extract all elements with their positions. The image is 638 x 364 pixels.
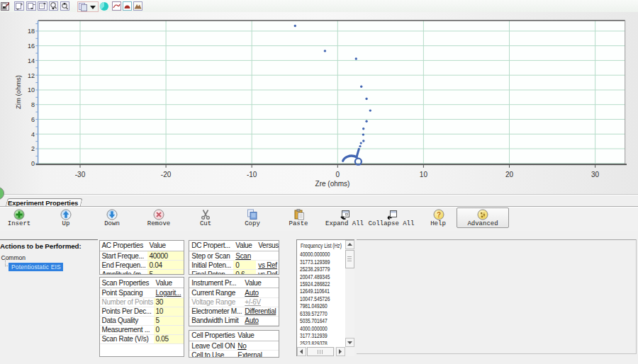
- svg-text:-10: -10: [247, 171, 257, 178]
- svg-text:Zre (ohms): Zre (ohms): [315, 180, 350, 188]
- svg-text:?: ?: [437, 211, 441, 219]
- svg-text:Zim (ohms): Zim (ohms): [14, 75, 22, 109]
- svg-text:0: 0: [31, 160, 35, 167]
- svg-text:4: 4: [31, 131, 35, 138]
- svg-text:-30: -30: [75, 171, 86, 178]
- svg-text:30: 30: [591, 171, 600, 178]
- svg-text:16: 16: [28, 42, 35, 50]
- svg-text:2: 2: [31, 145, 35, 152]
- svg-text:8: 8: [31, 101, 35, 108]
- svg-text:18: 18: [28, 28, 35, 35]
- svg-text:10: 10: [28, 86, 35, 93]
- svg-text:0: 0: [336, 171, 340, 178]
- svg-text:10: 10: [420, 171, 428, 178]
- svg-text:20: 20: [505, 171, 514, 178]
- svg-text:6: 6: [31, 116, 35, 123]
- svg-text:-20: -20: [161, 171, 172, 178]
- svg-text:14: 14: [28, 57, 35, 64]
- svg-text:12: 12: [28, 72, 35, 79]
